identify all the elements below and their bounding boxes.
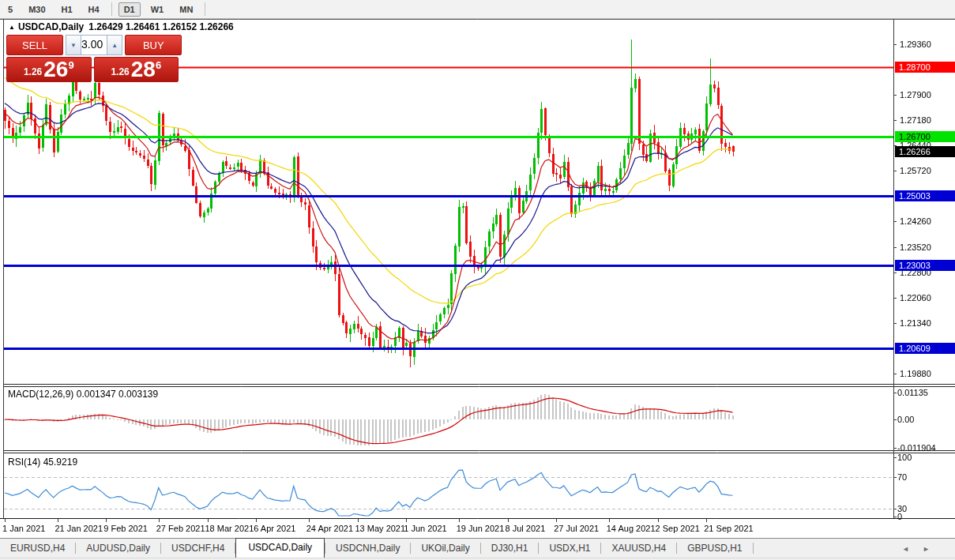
x-axis-date-label: 1 Jun 2021 bbox=[404, 524, 446, 533]
sell-price-sup: 9 bbox=[68, 59, 73, 71]
x-axis-date-label: 14 Aug 2021 bbox=[607, 524, 656, 533]
rsi-indicator-label: RSI(14) 45.9219 bbox=[8, 457, 77, 468]
x-axis-date-label: 18 Mar 2021 bbox=[205, 524, 254, 533]
chevron-down-icon: ▼ bbox=[70, 42, 77, 49]
chart-canvas[interactable] bbox=[0, 0, 955, 560]
tab-usdchf[interactable]: USDCHF,H4 bbox=[161, 539, 235, 558]
y-axis-label: 1.22060 bbox=[900, 293, 931, 303]
timeframe-toolbar: 5M30H1H4D1W1MN bbox=[0, 0, 955, 19]
x-axis-date-label: 13 May 2021 bbox=[355, 524, 406, 533]
buy-price-box[interactable]: 1.26 28 6 bbox=[94, 57, 179, 82]
timeframe-button-mn[interactable]: MN bbox=[174, 2, 198, 17]
chart-tab-bar: EURUSD,H4AUDUSD,DailyUSDCHF,H4USDCAD,Dai… bbox=[0, 538, 955, 558]
chart-title-symbol: USDCAD,Daily bbox=[18, 21, 84, 32]
sell-button[interactable]: SELL bbox=[6, 35, 63, 55]
one-click-trade-panel: SELL ▼ 3.00 ▲ BUY 1.26 26 9 1.26 28 6 bbox=[6, 35, 179, 82]
tab-gbpusd[interactable]: GBPUSD,H1 bbox=[677, 539, 752, 558]
volume-spinner: ▼ 3.00 ▲ bbox=[66, 35, 122, 55]
tab-usdcad[interactable]: USDCAD,Daily bbox=[235, 538, 325, 558]
x-axis-date-label: 21 Jan 2021 bbox=[55, 524, 103, 533]
sell-price-box[interactable]: 1.26 26 9 bbox=[6, 57, 92, 82]
chart-title-ohlc: 1.26429 1.26461 1.26152 1.26266 bbox=[88, 21, 234, 32]
macd-scale-label: 0.00 bbox=[897, 415, 914, 424]
tab-ukoil[interactable]: UKOil,Daily bbox=[411, 539, 479, 558]
price-tag-1.25003: 1.25003 bbox=[895, 190, 955, 201]
x-axis-date-label: 2 Sep 2021 bbox=[656, 524, 700, 533]
y-axis-label: 1.19880 bbox=[900, 369, 931, 378]
tab-audusd[interactable]: AUDUSD,Daily bbox=[76, 539, 160, 558]
sell-price-small: 1.26 bbox=[24, 66, 42, 77]
chart-collapse-icon[interactable]: ▲ bbox=[9, 24, 15, 31]
sell-price-big: 26 bbox=[43, 58, 68, 81]
volume-increase-button[interactable]: ▲ bbox=[107, 35, 122, 55]
buy-button[interactable]: BUY bbox=[125, 35, 182, 55]
tab-dj30[interactable]: DJ30,H1 bbox=[481, 539, 539, 558]
price-tag-1.20609: 1.20609 bbox=[895, 343, 955, 354]
tab-usdx[interactable]: USDX,H1 bbox=[539, 539, 600, 558]
volume-input[interactable]: 3.00 bbox=[81, 35, 107, 55]
volume-decrease-button[interactable]: ▼ bbox=[66, 35, 81, 55]
y-axis-label: 1.27180 bbox=[900, 115, 931, 125]
macd-scale-label: -0.011904 bbox=[897, 443, 936, 453]
x-axis-date-label: 21 Sep 2021 bbox=[704, 524, 753, 533]
y-axis-label: 1.27900 bbox=[900, 90, 931, 100]
timeframe-button-h1[interactable]: H1 bbox=[56, 2, 78, 17]
x-axis-date-label: 1 Jan 2021 bbox=[2, 524, 45, 533]
x-axis-date-label: 19 Jun 2021 bbox=[457, 524, 505, 533]
rsi-scale-label: 70 bbox=[897, 472, 907, 482]
chevron-up-icon: ▲ bbox=[111, 42, 118, 49]
y-axis-label: 1.21340 bbox=[900, 318, 931, 328]
y-axis-label: 1.25720 bbox=[900, 166, 931, 175]
buy-price-small: 1.26 bbox=[111, 66, 129, 77]
tab-xauusd[interactable]: XAUUSD,H4 bbox=[601, 539, 676, 558]
x-axis-date-label: 27 Feb 2021 bbox=[156, 524, 205, 533]
timeframe-button-h4[interactable]: H4 bbox=[83, 2, 105, 17]
tab-separator bbox=[753, 543, 754, 554]
rsi-scale-label: 0 bbox=[897, 512, 902, 521]
tab-scroll-left-icon[interactable]: ◄ bbox=[902, 545, 909, 553]
buy-price-big: 28 bbox=[131, 58, 156, 81]
timeframe-button-m30[interactable]: M30 bbox=[23, 2, 51, 17]
tab-eurusd[interactable]: EURUSD,H4 bbox=[0, 539, 75, 558]
timeframe-button-5[interactable]: 5 bbox=[2, 2, 18, 17]
macd-indicator-label: MACD(12,26,9) 0.001347 0.003139 bbox=[8, 389, 158, 400]
price-tag-1.26700: 1.26700 bbox=[895, 131, 955, 142]
toolbar-separator bbox=[205, 2, 205, 16]
timeframe-button-w1[interactable]: W1 bbox=[145, 2, 170, 17]
buy-price-sup: 6 bbox=[156, 59, 161, 71]
chart-title: ▲USDCAD,Daily1.26429 1.26461 1.26152 1.2… bbox=[9, 21, 234, 32]
macd-scale-label: 0.01135 bbox=[897, 388, 928, 397]
current-price-tag: 1.26266 bbox=[895, 146, 955, 157]
y-axis-label: 1.29360 bbox=[900, 39, 931, 49]
timeframe-button-d1[interactable]: D1 bbox=[118, 2, 141, 17]
rsi-scale-label: 100 bbox=[897, 453, 912, 462]
x-axis-date-label: 27 Jul 2021 bbox=[554, 524, 599, 533]
price-tag-1.28700: 1.28700 bbox=[895, 62, 955, 73]
x-axis-date-label: 8 Jul 2021 bbox=[506, 524, 546, 533]
tab-scroll-right-icon[interactable]: ► bbox=[923, 545, 930, 553]
y-axis-label: 1.24260 bbox=[900, 216, 931, 226]
x-axis-date-label: 24 Apr 2021 bbox=[306, 524, 353, 533]
x-axis-date-label: 6 Apr 2021 bbox=[254, 524, 295, 533]
y-axis-label: 1.23520 bbox=[900, 242, 931, 252]
toolbar-separator bbox=[111, 2, 112, 16]
x-axis-date-label: 9 Feb 2021 bbox=[103, 524, 148, 533]
price-tag-1.23003: 1.23003 bbox=[895, 260, 955, 271]
tab-usdcnh[interactable]: USDCNH,Daily bbox=[325, 539, 410, 558]
